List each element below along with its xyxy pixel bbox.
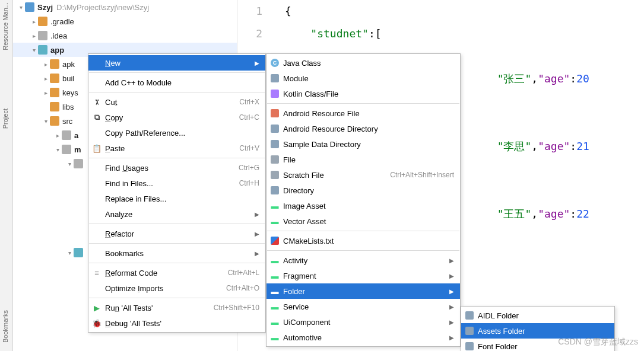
chevron-down-icon[interactable]: ▾ [17,4,25,11]
menu-item-java-class[interactable]: CJava Class [267,55,460,71]
menu-item-reformat-code[interactable]: ≡Reformat CodeCtrl+Alt+L [88,265,265,280]
menu-item-optimize-imports[interactable]: Optimize ImportsCtrl+Alt+O [88,280,265,296]
menu-item-uicomponent[interactable]: ▬UiComponent▶ [267,314,460,330]
android-icon: ▬ [270,201,280,210]
menu-item-bookmarks[interactable]: Bookmarks▶ [88,245,265,261]
tree-item-idea[interactable]: ▸ .idea [13,28,237,43]
chevron-right-icon[interactable]: ▸ [30,18,38,25]
tab-project[interactable]: Project [0,106,11,131]
menu-item-copy[interactable]: ⧉CopyCtrl+C [88,110,265,125]
menu-item-scratch-file[interactable]: Scratch FileCtrl+Alt+Shift+Insert [267,167,460,183]
menu-label: Image Asset [283,202,454,210]
java-icon: C [270,58,280,68]
menu-label: Module [283,74,454,83]
menu-label: Vector Asset [283,217,454,226]
tree-path: D:\MyProject\szyj\new\Szyj [56,3,149,12]
menu-separator [89,224,265,224]
menu-label: Optimize Imports [105,284,226,293]
shortcut: Ctrl+C [239,113,259,122]
menu-label: Debug 'All Tests' [105,319,259,328]
chevron-right-icon: ▶ [255,211,259,218]
menu-label: Activity [283,256,449,265]
shortcut: Ctrl+H [239,179,259,187]
menu-label: Fragment [283,272,449,280]
menu-label: Automotive [283,333,449,342]
tab-resource-manager[interactable]: Resource Man... [0,0,11,53]
menu-item-refactor[interactable]: Refactor▶ [88,226,265,241]
menu-separator [89,243,265,244]
menu-item-add-c-to-module[interactable]: Add C++ to Module [88,75,265,90]
paste-icon: 📋 [92,143,101,153]
menu-label: Analyze [105,210,255,219]
menu-item-service[interactable]: ▬Service▶ [267,299,460,314]
chevron-right-icon: ▶ [449,273,454,279]
module-icon [38,45,47,55]
menu-label: Directory [283,186,454,195]
file-icon [270,155,280,164]
shortcut: Ctrl+Alt+Shift+Insert [390,171,454,179]
folder-icon [50,116,59,126]
menu-item-new[interactable]: New▶ [88,55,265,71]
menu-label: Android Resource File [283,109,454,118]
menu-label: Java Class [283,59,454,68]
menu-item-image-asset[interactable]: ▬Image Asset [267,198,460,213]
menu-item-run-all-tests-[interactable]: ▶Run 'All Tests'Ctrl+Shift+F10 [88,300,265,315]
menu-item-sample-data-directory[interactable]: Sample Data Directory [267,136,460,152]
menu-item-fragment[interactable]: ▬Fragment▶ [267,268,460,283]
menu-item-folder[interactable]: ▬Folder▶ [267,283,460,299]
menu-label: AIDL Folder [478,311,608,320]
menu-label: CMakeLists.txt [283,237,454,245]
menu-item-aidl-folder[interactable]: AIDL Folder [461,308,614,323]
submenu-new[interactable]: CJava ClassModuleKotlin Class/FileAndroi… [266,53,461,347]
shortcut: Ctrl+Alt+O [226,284,259,292]
menu-label: Refactor [105,229,255,238]
menu-item-directory[interactable]: Directory [267,183,460,198]
menu-item-activity[interactable]: ▬Activity▶ [267,253,460,268]
menu-item-debug-all-tests-[interactable]: 🐞Debug 'All Tests' [88,315,265,331]
menu-label: Sample Data Directory [283,140,454,149]
menu-item-find-in-files-[interactable]: Find in Files...Ctrl+H [88,176,265,191]
menu-label: Copy Path/Reference... [105,129,259,138]
context-menu[interactable]: New▶Add C++ to Module✂CutCtrl+X⧉CopyCtrl… [88,53,266,333]
menu-item-find-usages[interactable]: Find UsagesCtrl+G [88,160,265,176]
menu-label: Copy [105,113,239,122]
menu-item-module[interactable]: Module [267,71,460,86]
gutter: 1 2 [237,0,273,45]
scissors-icon: ✂ [92,97,101,107]
menu-item-cut[interactable]: ✂CutCtrl+X [88,94,265,110]
android-icon: ▬ [270,333,280,342]
shortcut: Ctrl+Shift+F10 [214,304,259,312]
folderf-icon [465,342,474,351]
menu-item-analyze[interactable]: Analyze▶ [88,206,265,222]
menu-item-file[interactable]: File [267,152,460,167]
chevron-right-icon[interactable]: ▸ [30,33,38,39]
chevron-right-icon: ▶ [449,288,454,295]
tree-label: Szyj [37,3,53,12]
menu-item-automotive[interactable]: ▬Automotive▶ [267,330,460,345]
folder-icon [62,130,71,140]
tree-root[interactable]: ▾ Szyj D:\MyProject\szyj\new\Szyj [13,0,237,14]
menu-separator [89,158,265,158]
shortcut: Ctrl+Alt+L [228,269,259,277]
menu-item-copy-path-reference-[interactable]: Copy Path/Reference... [88,125,265,141]
menu-label: Paste [105,144,239,153]
folder-icon [270,186,280,195]
menu-item-android-resource-directory[interactable]: Android Resource Directory [267,121,460,136]
menu-item-paste[interactable]: 📋PasteCtrl+V [88,141,265,156]
menu-item-android-resource-file[interactable]: Android Resource File [267,106,460,121]
menu-item-kotlin-class-file[interactable]: Kotlin Class/File [267,86,460,101]
menu-item-cmakelists-txt[interactable]: CMakeLists.txt [267,233,460,248]
tab-bookmarks[interactable]: Bookmarks [0,308,11,345]
tree-item-gradle[interactable]: ▸ .gradle [13,14,237,28]
bug-icon: 🐞 [92,318,101,328]
reformat-icon: ≡ [92,268,101,277]
menu-label: Cut [105,98,239,107]
copy-icon: ⧉ [92,113,101,122]
folder-icon [50,102,59,111]
menu-label: Folder [283,287,449,296]
menu-label: UiComponent [283,318,449,327]
menu-item-vector-asset[interactable]: ▬Vector Asset [267,213,460,229]
menu-item-replace-in-files-[interactable]: Replace in Files... [88,191,265,206]
chevron-down-icon[interactable]: ▾ [30,47,38,53]
watermark: CSDN @雪芽蓝域zzs [558,337,638,347]
